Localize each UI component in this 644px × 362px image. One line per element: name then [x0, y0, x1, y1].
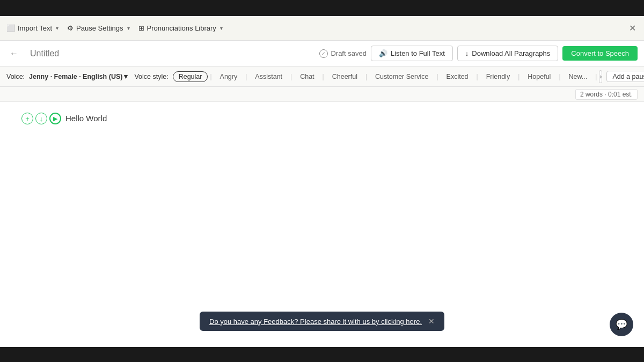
speaker-icon: 🔊: [379, 49, 387, 57]
add-pause-button[interactable]: Add a pause ▾: [606, 71, 644, 82]
style-angry-button[interactable]: Angry: [214, 71, 244, 82]
import-icon: ⬜: [6, 24, 15, 32]
play-paragraph-button[interactable]: ▶: [49, 113, 61, 124]
pronunciations-label: Pronunciations Library: [147, 24, 216, 32]
draft-saved-label: Draft saved: [331, 49, 366, 57]
style-sep-8: |: [518, 73, 519, 80]
style-label-text: Voice style:: [134, 73, 168, 80]
app-container: ⬜ Import Text ▾ ⚙ Pause Settings ▾ ⊞ Pro…: [0, 16, 644, 347]
style-sep-3: |: [290, 73, 292, 80]
title-input[interactable]: [26, 47, 315, 61]
download-label: Download All Paragraphs: [472, 49, 550, 57]
menu-bar: ⬜ Import Text ▾ ⚙ Pause Settings ▾ ⊞ Pro…: [0, 16, 644, 41]
style-angry-label: Angry: [220, 73, 238, 80]
style-friendly-button[interactable]: Friendly: [480, 71, 516, 82]
editor-area[interactable]: + ↓ ▶ Hello World Do you have any Feedba…: [0, 102, 644, 347]
chat-icon: 💬: [616, 319, 627, 330]
style-customerservice-button[interactable]: Customer Service: [369, 71, 434, 82]
voice-name-text: Jenny · Female · English (US): [29, 73, 122, 80]
download-paragraph-button[interactable]: ↓: [35, 113, 47, 124]
voice-name-selector[interactable]: Jenny · Female · English (US) ▾: [29, 72, 128, 80]
voice-bar: Voice: Jenny · Female · English (US) ▾ V…: [0, 67, 644, 87]
pronunciations-menu[interactable]: ⊞ Pronunciations Library ▾: [138, 24, 223, 32]
convert-label: Convert to Speech: [571, 49, 629, 57]
style-chat-label: Chat: [300, 73, 314, 80]
grid-icon: ⊞: [138, 24, 144, 32]
style-sep-5: |: [365, 73, 367, 80]
style-regular-button[interactable]: Regular: [173, 71, 208, 82]
gear-icon: ⚙: [67, 24, 74, 32]
convert-button[interactable]: Convert to Speech: [562, 46, 638, 61]
download-icon: ↓: [465, 49, 469, 57]
toolbar: ← ✓ Draft saved 🔊 Listen to Full Text ↓ …: [0, 41, 644, 67]
style-assistant-button[interactable]: Assistant: [249, 71, 288, 82]
paragraph-row: + ↓ ▶ Hello World: [21, 113, 623, 125]
style-assistant-label: Assistant: [255, 73, 282, 80]
import-chevron-icon: ▾: [56, 25, 58, 31]
back-icon: ←: [10, 49, 18, 58]
style-sep-7: |: [477, 73, 478, 80]
pause-settings-label: Pause Settings: [76, 24, 123, 32]
style-sep-4: |: [323, 73, 324, 80]
style-hopeful-label: Hopeful: [528, 73, 551, 80]
download-para-icon: ↓: [40, 115, 43, 123]
feedback-link[interactable]: Do you have any Feedback? Please share i…: [209, 317, 422, 326]
style-newscast-button[interactable]: New...: [563, 71, 594, 82]
chat-widget[interactable]: 💬: [610, 313, 633, 336]
more-styles-button[interactable]: ›: [599, 70, 602, 83]
word-count-display: 2 words · 0:01 est.: [575, 89, 638, 100]
style-sep-1: |: [210, 73, 211, 80]
style-regular-label: Regular: [179, 73, 202, 80]
voice-label-text: Voice:: [6, 73, 25, 80]
style-newscast-label: New...: [569, 73, 588, 80]
add-pause-label: Add a pause: [612, 73, 644, 80]
feedback-banner: Do you have any Feedback? Please share i…: [200, 312, 444, 331]
bottom-bar: [0, 347, 644, 362]
check-icon: ✓: [319, 49, 328, 58]
voice-chevron-icon: ▾: [124, 72, 128, 80]
back-button[interactable]: ←: [6, 46, 21, 61]
para-controls: + ↓ ▶: [21, 113, 61, 124]
listen-button[interactable]: 🔊 Listen to Full Text: [371, 46, 453, 61]
style-cheerful-label: Cheerful: [332, 73, 357, 80]
download-button[interactable]: ↓ Download All Paragraphs: [457, 46, 558, 61]
style-sep-9: |: [559, 73, 560, 80]
style-sep-10: |: [595, 73, 597, 80]
style-excited-label: Excited: [447, 73, 469, 80]
style-friendly-label: Friendly: [486, 73, 510, 80]
listen-label: Listen to Full Text: [391, 49, 445, 57]
add-para-icon: +: [25, 115, 30, 123]
pause-chevron-icon: ▾: [127, 25, 130, 31]
style-cheerful-button[interactable]: Cheerful: [326, 71, 363, 82]
more-styles-icon: ›: [599, 73, 602, 80]
import-text-label: Import Text: [18, 24, 52, 32]
style-customerservice-label: Customer Service: [375, 73, 428, 80]
style-sep-2: |: [245, 73, 247, 80]
top-bar: [0, 0, 644, 16]
play-para-icon: ▶: [53, 115, 57, 122]
style-hopeful-button[interactable]: Hopeful: [522, 71, 557, 82]
close-icon: ✕: [629, 23, 636, 33]
add-paragraph-button[interactable]: +: [21, 113, 33, 124]
draft-saved-indicator: ✓ Draft saved: [319, 49, 366, 58]
style-chat-button[interactable]: Chat: [294, 71, 320, 82]
feedback-close-button[interactable]: ✕: [428, 317, 435, 326]
paragraph-text: Hello World: [65, 113, 107, 125]
style-excited-button[interactable]: Excited: [441, 71, 474, 82]
window-close-button[interactable]: ✕: [627, 23, 638, 34]
style-sep-6: |: [436, 73, 438, 80]
import-text-menu[interactable]: ⬜ Import Text ▾: [6, 24, 58, 32]
word-count-bar: 2 words · 0:01 est.: [0, 87, 644, 102]
pause-settings-menu[interactable]: ⚙ Pause Settings ▾: [67, 24, 129, 32]
pronounce-chevron-icon: ▾: [220, 25, 223, 31]
